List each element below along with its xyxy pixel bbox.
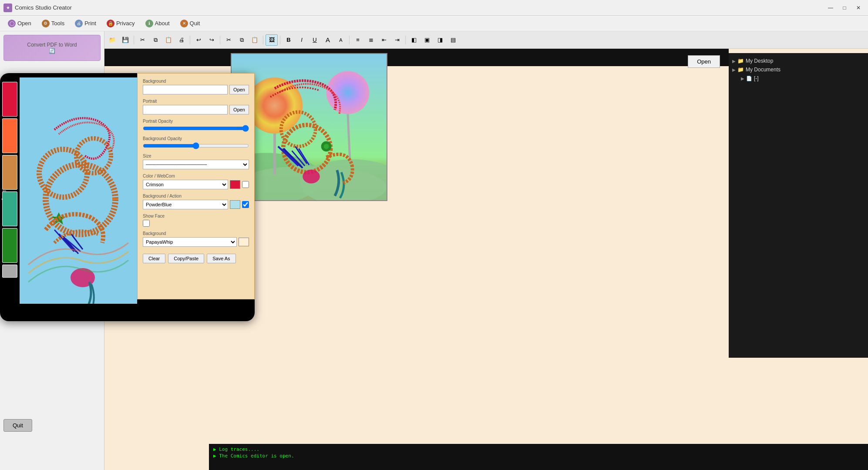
- log-area: ▶ Log traces.... ▶ The Comics editor is …: [209, 444, 868, 470]
- bg-action-swatch: [230, 200, 240, 209]
- toolbar-paste[interactable]: 📋: [162, 34, 175, 46]
- toolbar-undo[interactable]: ↩: [192, 34, 205, 46]
- maximize-button[interactable]: □: [838, 3, 851, 13]
- show-face-row: [143, 220, 249, 227]
- clear-button[interactable]: Clear: [143, 254, 165, 263]
- background-setting: Background Open: [143, 79, 249, 94]
- show-face-label: Show Face: [143, 214, 249, 218]
- toolbar-indent-out[interactable]: ⇤: [378, 34, 390, 46]
- tools-menu-icon: ⚙: [42, 20, 50, 27]
- background-input[interactable]: [143, 85, 228, 94]
- size-label: Size: [143, 154, 249, 158]
- quit-button-bottom[interactable]: Quit: [3, 419, 32, 432]
- menu-tools[interactable]: ⚙ Tools: [37, 18, 69, 29]
- close-button[interactable]: ✕: [852, 3, 865, 13]
- menu-open[interactable]: ◯ Open: [3, 18, 36, 29]
- toolbar-align-center[interactable]: ▣: [421, 34, 433, 46]
- menu-bar: ◯ Open ⚙ Tools 🖨 Print 🔒 Privacy ℹ About…: [0, 16, 868, 31]
- black-header-strip: [104, 49, 729, 66]
- toolbar-redo[interactable]: ↪: [205, 34, 218, 46]
- folder-icon-documents: 📁: [737, 67, 744, 73]
- minimize-button[interactable]: —: [824, 3, 837, 13]
- tablet-screen: [20, 77, 137, 304]
- toolbar-indent-in[interactable]: ⇥: [391, 34, 403, 46]
- toolbar-sep-3: [220, 36, 220, 44]
- about-menu-icon: ℹ: [145, 20, 153, 27]
- convert-pdf-button[interactable]: Convert PDF to Word 🔄: [3, 35, 101, 61]
- portrait-opacity-label: Portrait Opacity: [143, 119, 249, 124]
- toolbar-font-down[interactable]: A: [335, 34, 347, 46]
- background-input-row: Open: [143, 85, 249, 94]
- toolbar-save[interactable]: 💾: [119, 34, 131, 46]
- toolbar-sep-4: [263, 36, 263, 44]
- menu-quit[interactable]: ✕ Quit: [176, 18, 205, 29]
- toolbar-list1[interactable]: ≡: [352, 34, 364, 46]
- toolbar-list2[interactable]: ≣: [365, 34, 377, 46]
- portrait-opacity-slider-container: [143, 125, 249, 132]
- portrait-open-button[interactable]: Open: [229, 105, 249, 114]
- quit-menu-icon: ✕: [180, 20, 188, 27]
- bg-action-label: Background / Action: [143, 194, 249, 198]
- log-line-1: ▶ Log traces....: [213, 446, 864, 452]
- bg-opacity-slider[interactable]: [143, 142, 249, 149]
- toolbar-paste2[interactable]: 📋: [249, 34, 261, 46]
- toolbar-cut[interactable]: ✂: [136, 34, 148, 46]
- color-swatch: [230, 180, 240, 189]
- color-row: Crimson Red Blue Green: [143, 180, 249, 189]
- toolbar-underline[interactable]: U: [309, 34, 321, 46]
- show-face-checkbox[interactable]: [143, 220, 150, 227]
- log-line-2: ▶ The Comics editor is open.: [213, 453, 864, 459]
- tree-item-documents[interactable]: ▶ 📁 My Documents: [732, 65, 865, 74]
- tree-item-file[interactable]: ▶ 📄 [-]: [732, 74, 865, 83]
- toolbar-font-up[interactable]: A: [322, 34, 334, 46]
- copy-paste-button[interactable]: Copy/Paste: [168, 254, 204, 263]
- toolbar-print[interactable]: 🖨: [175, 34, 188, 46]
- portrait-label: Portrait: [143, 99, 249, 104]
- window-controls: — □ ✕: [824, 3, 865, 13]
- bg-action-checkbox[interactable]: [242, 201, 249, 208]
- toolbar-copy[interactable]: ⧉: [149, 34, 161, 46]
- toolbar-justify[interactable]: ▤: [447, 34, 459, 46]
- toolbar-sep-5: [280, 36, 280, 44]
- toolbar-sep-1: [134, 36, 134, 44]
- portrait-input[interactable]: [143, 105, 228, 114]
- folder-icon-desktop: 📁: [737, 58, 744, 64]
- file-tree-panel: ▶ 📁 My Desktop ▶ 📁 My Documents ▶ 📄 [-]: [729, 53, 868, 358]
- background-label: Background: [143, 79, 249, 84]
- toolbar-copy2[interactable]: ⧉: [236, 34, 248, 46]
- background-open-button[interactable]: Open: [229, 85, 249, 94]
- bg-opacity-label: Background Opacity: [143, 136, 249, 141]
- bg-drop-select[interactable]: PapayaWhip Beige LemonChiffon: [143, 237, 237, 247]
- toolbar-italic[interactable]: I: [296, 34, 308, 46]
- tree-arrow-file: ▶: [741, 76, 744, 81]
- bg-action-select[interactable]: PowderBlue LightBlue SkyBlue: [143, 200, 228, 209]
- toolbar-sep-6: [349, 36, 350, 44]
- toolbar-align-right[interactable]: ◨: [434, 34, 446, 46]
- toolbar-cut2[interactable]: ✂: [222, 34, 235, 46]
- privacy-menu-icon: 🔒: [107, 20, 114, 27]
- toolbar-sep-7: [405, 36, 406, 44]
- size-select[interactable]: ────────────────── Small Medium Large: [143, 160, 249, 169]
- menu-privacy[interactable]: 🔒 Privacy: [102, 18, 139, 29]
- toolbar-sep-2: [190, 36, 190, 44]
- toolbar-open-folder[interactable]: 📁: [106, 34, 118, 46]
- thumbnail-strip: [2, 82, 19, 299]
- tree-arrow-desktop: ▶: [732, 59, 736, 64]
- toolbar-image[interactable]: 🖼: [266, 34, 278, 46]
- tree-item-desktop[interactable]: ▶ 📁 My Desktop: [732, 57, 865, 65]
- preview-art-svg: [232, 54, 387, 200]
- open-main-button[interactable]: Open: [688, 55, 720, 68]
- menu-about[interactable]: ℹ About: [141, 18, 174, 29]
- toolbar-bold[interactable]: B: [283, 34, 295, 46]
- save-as-button[interactable]: Save As: [207, 254, 236, 263]
- portrait-opacity-slider[interactable]: [143, 125, 249, 132]
- file-icon: 📄: [746, 76, 752, 81]
- bg-opacity-slider-container: [143, 142, 249, 149]
- color-select[interactable]: Crimson Red Blue Green: [143, 180, 228, 189]
- portrait-opacity-setting: Portrait Opacity: [143, 119, 249, 132]
- svg-point-28: [324, 144, 329, 149]
- toolbar-align-left[interactable]: ◧: [408, 34, 420, 46]
- bg-drop-swatch: [239, 238, 249, 246]
- color-checkbox[interactable]: [242, 181, 249, 188]
- menu-print[interactable]: 🖨 Print: [71, 18, 101, 29]
